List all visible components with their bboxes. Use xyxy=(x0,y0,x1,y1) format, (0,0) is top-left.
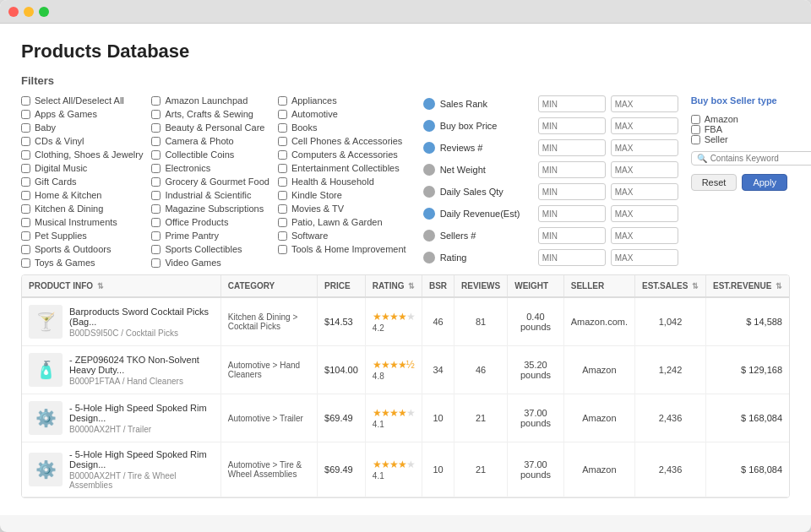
filter-label: Gift Cards xyxy=(35,176,77,187)
filter-item: Sports & Outdoors xyxy=(21,244,143,254)
filter-checkbox[interactable] xyxy=(151,258,161,268)
range-max-input[interactable] xyxy=(611,183,678,200)
filter-label: Collectible Coins xyxy=(165,149,234,160)
range-icon xyxy=(423,120,435,132)
range-max-input[interactable] xyxy=(611,227,678,244)
range-max-input[interactable] xyxy=(611,95,678,112)
filter-label: Grocery & Gourmet Food xyxy=(165,176,269,187)
filter-checkbox[interactable] xyxy=(278,110,287,119)
filter-checkbox[interactable] xyxy=(278,191,287,200)
range-min-input[interactable] xyxy=(538,95,606,112)
filter-checkbox[interactable] xyxy=(151,137,161,146)
filter-checkbox[interactable] xyxy=(21,164,30,173)
seller-type-checkbox[interactable] xyxy=(691,135,700,144)
range-min-input[interactable] xyxy=(538,249,606,266)
range-row: Net Weight xyxy=(423,161,678,178)
filter-checkbox[interactable] xyxy=(151,191,161,200)
product-name: Barproducts Sword Cocktail Picks (Bag... xyxy=(69,307,214,327)
filter-checkbox[interactable] xyxy=(151,177,161,187)
filter-checkbox[interactable] xyxy=(21,137,30,146)
range-row: Rating xyxy=(423,249,678,266)
filter-checkbox[interactable] xyxy=(151,245,161,254)
range-max-input[interactable] xyxy=(611,117,678,134)
filter-label: Prime Pantry xyxy=(165,231,219,241)
filter-checkbox[interactable] xyxy=(21,191,30,200)
filter-checkbox[interactable] xyxy=(278,137,287,146)
table-header-rating[interactable]: RATING ⇅ xyxy=(365,275,422,297)
filter-checkbox[interactable] xyxy=(151,164,161,173)
range-label: Daily Revenue(Est) xyxy=(440,209,533,219)
table-header-product-info[interactable]: PRODUCT INFO ⇅ xyxy=(22,275,220,297)
seller-type-section: Buy box Seller type AmazonFBASeller 🔍 Re… xyxy=(678,95,811,268)
range-max-input[interactable] xyxy=(611,249,678,266)
filter-checkbox[interactable] xyxy=(278,150,287,160)
filter-checkbox[interactable] xyxy=(21,123,30,133)
range-min-input[interactable] xyxy=(538,227,606,244)
filter-checkbox[interactable] xyxy=(278,123,287,133)
range-min-input[interactable] xyxy=(538,117,606,134)
table-header-est.sales[interactable]: EST.SALES ⇅ xyxy=(635,275,706,297)
range-label: Sales Rank xyxy=(440,99,533,109)
keyword-input[interactable] xyxy=(710,154,811,163)
seller-type-checkbox[interactable] xyxy=(691,125,700,134)
filter-item: Gift Cards xyxy=(21,176,143,187)
filter-checkbox[interactable] xyxy=(151,204,161,214)
table-header-est.revenue[interactable]: EST.REVENUE ⇅ xyxy=(705,275,789,297)
filter-checkbox[interactable] xyxy=(21,110,30,119)
product-sku: B0000AX2HT / Tire & Wheel Assemblies xyxy=(69,471,214,490)
filter-checkbox[interactable] xyxy=(21,204,30,214)
range-icon xyxy=(423,98,435,110)
filter-checkbox[interactable] xyxy=(151,231,161,241)
filter-checkbox[interactable] xyxy=(21,231,30,241)
filter-checkbox[interactable] xyxy=(21,96,30,106)
seller-type-title: Buy box Seller type xyxy=(691,95,811,106)
filter-checkbox[interactable] xyxy=(151,123,161,133)
rating-value: 4.1 xyxy=(373,420,415,429)
maximize-button[interactable] xyxy=(39,7,49,17)
filter-checkbox[interactable] xyxy=(21,177,30,187)
range-min-input[interactable] xyxy=(538,139,606,156)
filter-checkbox[interactable] xyxy=(21,150,30,160)
filter-checkbox[interactable] xyxy=(278,177,287,187)
filter-item: Entertainment Collectibles xyxy=(278,163,406,173)
filter-checkbox[interactable] xyxy=(21,258,30,268)
filter-checkbox[interactable] xyxy=(278,164,287,173)
filter-checkbox[interactable] xyxy=(151,150,161,160)
filter-checkbox[interactable] xyxy=(151,96,161,106)
filter-checkbox[interactable] xyxy=(278,231,287,241)
range-min-input[interactable] xyxy=(538,205,606,222)
product-cell: 🍸Barproducts Sword Cocktail Picks (Bag..… xyxy=(22,297,220,346)
action-buttons: Reset Apply xyxy=(691,174,811,191)
filter-checkbox[interactable] xyxy=(278,96,287,106)
filter-item: Movies & TV xyxy=(278,204,406,214)
filter-checkbox[interactable] xyxy=(278,218,287,227)
filter-label: Select All/Deselect All xyxy=(35,95,124,106)
filter-checkbox[interactable] xyxy=(278,204,287,214)
filter-item: Cell Phones & Accessories xyxy=(278,136,406,146)
seller-type-checkbox[interactable] xyxy=(691,115,700,124)
filter-checkbox[interactable] xyxy=(21,218,30,227)
reset-button[interactable]: Reset xyxy=(691,174,738,191)
product-cell: ⚙️- 5-Hole High Speed Spoked Rim Design.… xyxy=(22,394,220,442)
range-min-input[interactable] xyxy=(538,183,606,200)
range-max-input[interactable] xyxy=(611,205,678,222)
filter-checkbox[interactable] xyxy=(278,245,287,254)
filter-label: Sports & Outdoors xyxy=(35,244,112,254)
filter-checkbox[interactable] xyxy=(21,245,30,254)
range-max-input[interactable] xyxy=(611,161,678,178)
range-max-input[interactable] xyxy=(611,139,678,156)
filter-label: Amazon Launchpad xyxy=(165,95,248,106)
filter-label: Kindle Store xyxy=(291,190,342,200)
rating-value: 4.2 xyxy=(373,323,415,333)
minimize-button[interactable] xyxy=(24,7,34,17)
filter-checkbox[interactable] xyxy=(151,110,161,119)
product-est-revenue: $ 168,084 xyxy=(705,442,789,497)
filter-label: Video Games xyxy=(165,258,220,268)
filter-checkbox[interactable] xyxy=(151,218,161,227)
product-est-sales: 1,042 xyxy=(635,297,706,346)
range-min-input[interactable] xyxy=(538,161,606,178)
filter-label: Office Products xyxy=(165,217,228,227)
apply-button[interactable]: Apply xyxy=(742,174,787,191)
close-button[interactable] xyxy=(8,7,19,17)
filter-label: Musical Instruments xyxy=(35,217,117,227)
